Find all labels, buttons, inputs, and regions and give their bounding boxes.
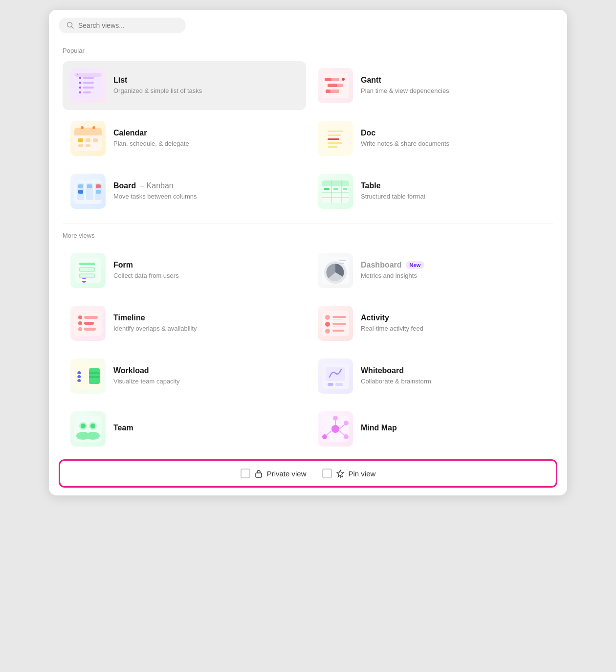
pin-view-checkbox[interactable] — [322, 469, 332, 478]
section-divider — [63, 224, 553, 224]
list-view-text: List Organized & simple list of tasks — [113, 76, 298, 95]
gantt-view-desc: Plan time & view dependencies — [361, 87, 546, 95]
timeline-view-desc: Identify overlaps & availability — [113, 324, 298, 333]
svg-point-89 — [78, 371, 81, 374]
svg-rect-26 — [78, 138, 83, 142]
svg-rect-4 — [83, 77, 94, 79]
whiteboard-view-title: Whiteboard — [361, 366, 546, 375]
private-view-checkbox[interactable] — [241, 469, 250, 478]
svg-point-102 — [90, 424, 95, 428]
svg-rect-59 — [79, 274, 95, 278]
svg-rect-42 — [78, 190, 83, 194]
view-item-board[interactable]: Board – Kanban Move tasks between column… — [63, 167, 306, 216]
view-item-list[interactable]: List Organized & simple list of tasks — [63, 61, 306, 110]
svg-point-67 — [78, 315, 82, 319]
view-item-whiteboard[interactable]: Whiteboard Collaborate & brainstorm — [310, 352, 553, 401]
board-subtitle: – Kanban — [140, 181, 174, 190]
popular-section-label: Popular — [63, 47, 553, 54]
svg-point-110 — [344, 434, 349, 439]
view-item-gantt[interactable]: Gantt Plan time & view dependencies — [310, 61, 553, 110]
new-badge: New — [406, 261, 425, 269]
svg-rect-76 — [332, 319, 342, 320]
svg-point-101 — [81, 424, 86, 428]
svg-rect-95 — [335, 383, 343, 386]
list-view-title: List — [113, 76, 298, 85]
whiteboard-view-desc: Collaborate & brainstorm — [361, 377, 546, 386]
team-view-title: Team — [113, 424, 298, 432]
svg-point-104 — [331, 425, 339, 433]
view-item-timeline[interactable]: Timeline Identify overlaps & availabilit… — [63, 299, 306, 348]
calendar-view-text: Calendar Plan, schedule, & delegate — [113, 129, 298, 148]
table-view-icon — [318, 174, 353, 209]
view-item-workload[interactable]: Workload Visualize team capacity — [63, 352, 306, 401]
team-view-text: Team — [113, 424, 298, 434]
views-panel: Popular — [49, 10, 567, 495]
svg-rect-28 — [93, 138, 98, 142]
svg-point-80 — [325, 329, 330, 334]
board-view-text: Board – Kanban Move tasks between column… — [113, 181, 298, 201]
form-view-text: Form Collect data from users — [113, 261, 298, 280]
svg-rect-41 — [78, 184, 83, 188]
svg-rect-94 — [328, 383, 333, 386]
svg-rect-34 — [328, 138, 339, 140]
view-item-dashboard[interactable]: Dashboard New Metrics and insights — [310, 246, 553, 295]
table-view-desc: Structured table format — [361, 192, 546, 201]
svg-rect-5 — [79, 82, 81, 84]
list-view-desc: Organized & simple list of tasks — [113, 87, 298, 95]
workload-view-desc: Visualize team capacity — [113, 377, 298, 386]
gantt-view-icon — [318, 68, 353, 103]
svg-line-1 — [72, 27, 74, 29]
team-view-icon — [70, 411, 106, 447]
dashboard-view-title: Dashboard New — [361, 261, 546, 269]
activity-view-text: Activity Real-time activity feed — [361, 314, 546, 333]
svg-rect-85 — [89, 376, 100, 378]
activity-view-title: Activity — [361, 314, 546, 322]
svg-rect-93 — [326, 367, 345, 381]
board-view-desc: Move tasks between columns — [113, 192, 298, 201]
svg-point-69 — [78, 327, 82, 331]
svg-rect-33 — [328, 134, 341, 136]
calendar-view-title: Calendar — [113, 129, 298, 137]
form-view-icon — [70, 253, 106, 288]
svg-point-90 — [78, 375, 81, 378]
svg-rect-70 — [84, 316, 98, 319]
lock-icon — [254, 469, 263, 478]
svg-rect-23 — [74, 132, 102, 135]
svg-rect-7 — [79, 87, 81, 89]
pin-icon — [336, 469, 345, 478]
svg-point-25 — [92, 126, 95, 129]
svg-point-108 — [344, 421, 349, 426]
search-bar[interactable] — [59, 18, 186, 33]
search-bar-wrapper — [49, 10, 567, 39]
view-item-form[interactable]: Form Collect data from users — [63, 246, 306, 295]
dashboard-view-text: Dashboard New Metrics and insights — [361, 261, 546, 280]
svg-point-91 — [78, 379, 81, 382]
svg-rect-3 — [79, 77, 81, 79]
view-item-doc[interactable]: Doc Write notes & share documents — [310, 114, 553, 163]
svg-rect-6 — [83, 82, 94, 84]
view-item-mindmap[interactable]: Mind Map — [310, 404, 553, 453]
workload-view-icon — [70, 358, 106, 394]
form-view-desc: Collect data from users — [113, 271, 298, 280]
view-item-calendar[interactable]: Calendar Plan, schedule, & delegate — [63, 114, 306, 163]
svg-rect-29 — [78, 144, 83, 147]
popular-views-grid: List Organized & simple list of tasks — [63, 61, 553, 216]
svg-rect-27 — [86, 138, 90, 142]
view-item-team[interactable]: Team — [63, 404, 306, 453]
view-item-table[interactable]: Table Structured table format — [310, 167, 553, 216]
list-view-icon — [70, 68, 106, 103]
private-view-label: Private view — [267, 470, 307, 478]
svg-rect-8 — [83, 87, 94, 89]
doc-view-desc: Write notes & share documents — [361, 139, 546, 148]
whiteboard-view-icon — [318, 358, 353, 394]
search-input[interactable] — [78, 22, 178, 29]
svg-rect-79 — [332, 326, 343, 327]
view-item-activity[interactable]: Activity Real-time activity feed — [310, 299, 553, 348]
svg-point-20 — [342, 78, 345, 81]
pin-view-option[interactable]: Pin view — [322, 469, 376, 478]
private-view-option[interactable]: Private view — [241, 469, 307, 478]
mindmap-view-text: Mind Map — [361, 424, 546, 434]
svg-rect-36 — [328, 146, 337, 148]
pin-view-label: Pin view — [349, 470, 376, 478]
gantt-view-title: Gantt — [361, 76, 546, 85]
